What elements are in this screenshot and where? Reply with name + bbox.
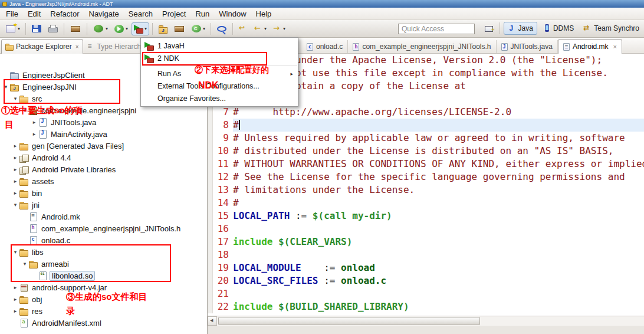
tree-item-jnitools-java[interactable]: ▸JNITools.java	[0, 116, 207, 128]
expand-arrow-icon[interactable]: ▾	[21, 261, 28, 267]
code-line-8[interactable]: 8#	[208, 119, 644, 132]
expand-arrow-icon[interactable]: ▸	[31, 131, 38, 137]
menu-run[interactable]: Run	[190, 8, 214, 19]
tree-item-android-private-libraries[interactable]: ▸Android Private Libraries	[0, 163, 207, 175]
quick-access-input[interactable]	[398, 24, 475, 34]
expand-arrow-icon[interactable]: ▾	[12, 202, 19, 208]
new-class-button[interactable]: ▾	[189, 22, 208, 35]
new-wizard-button[interactable]: ▾	[2, 22, 22, 35]
expand-arrow-icon[interactable]: ▸	[31, 119, 38, 125]
code-line-16[interactable]: 16	[208, 222, 644, 235]
menu-window[interactable]: Window	[214, 8, 251, 19]
code-line-10[interactable]: 10# distributed under the License is dis…	[208, 145, 644, 158]
code-line-17[interactable]: 17include $(CLEAR_VARS)	[208, 235, 644, 248]
editor-tab-android-mk[interactable]: Android.mk×	[558, 39, 622, 54]
code-line-15[interactable]: 15LOCAL_PATH := $(call my-dir)	[208, 209, 644, 222]
menu-item-2-ndk[interactable]: 2 NDK	[141, 52, 298, 64]
expand-arrow-icon[interactable]: ▾	[12, 96, 19, 101]
view-tab-label: Type Hierarchy	[97, 42, 145, 51]
pe-view-icon	[5, 42, 14, 51]
tree-item-mainactivity-java[interactable]: ▸MainActivity.java	[0, 128, 207, 140]
close-icon[interactable]: ×	[613, 43, 617, 50]
annotation-ruler	[208, 184, 213, 197]
code-line-13[interactable]: 13# limitations under the License.	[208, 184, 644, 197]
scroll-left-icon[interactable]	[208, 316, 217, 326]
code-line-9[interactable]: 9# Unless required by applicable law or …	[208, 132, 644, 145]
scrollbar-thumb[interactable]	[218, 317, 480, 325]
code-line-12[interactable]: 12# See the License for the specific lan…	[208, 171, 644, 184]
quick-access	[398, 23, 475, 34]
tree-item-onload-c[interactable]: onload.c	[0, 234, 207, 246]
editor-tab-onload-c[interactable]: onload.c	[302, 40, 348, 53]
perspective-team-synchro[interactable]: Team Synchro	[579, 22, 643, 35]
new-package-button[interactable]	[171, 22, 188, 35]
tree-item-android-mk[interactable]: Android.mk	[0, 211, 207, 222]
menu-edit[interactable]: Edit	[23, 8, 45, 19]
export-package-button[interactable]	[67, 22, 84, 35]
close-icon[interactable]: ×	[75, 44, 79, 50]
submenu-arrow-icon: ▸	[290, 71, 293, 77]
perspective-java[interactable]: Java	[504, 22, 537, 35]
expand-arrow-icon[interactable]: ▸	[12, 143, 19, 149]
menu-help[interactable]: Help	[251, 8, 277, 19]
back-button[interactable]: ▾	[251, 22, 269, 35]
run-button[interactable]: ▾	[111, 22, 130, 35]
expand-arrow-icon[interactable]: ▸	[12, 155, 19, 161]
code-line-21[interactable]: 21	[208, 287, 644, 300]
expand-arrow-icon[interactable]: ▸	[12, 166, 19, 172]
expand-arrow-icon[interactable]: ▸	[12, 284, 19, 290]
expand-arrow-icon[interactable]: ▾	[2, 84, 9, 90]
tree-item-assets[interactable]: ▸assets	[0, 175, 207, 187]
editor-tab-jnitools-java[interactable]: JNITools.java	[497, 40, 558, 53]
code-line-14[interactable]: 14#	[208, 197, 644, 209]
menu-item-1-javah[interactable]: 1 JavaH	[141, 40, 298, 52]
new-java-project-icon	[158, 24, 167, 34]
expand-arrow-icon[interactable]: ▾	[12, 249, 19, 255]
menu-project[interactable]: Project	[157, 8, 190, 19]
print-button[interactable]	[45, 22, 61, 35]
last-edit-location-button[interactable]	[236, 22, 250, 35]
tree-item-gen-generated-java-files[interactable]: ▸gen [Generated Java Files]	[0, 140, 207, 152]
expand-arrow-icon[interactable]: ▸	[12, 308, 19, 314]
menu-refactor[interactable]: Refactor	[45, 8, 84, 19]
save-button[interactable]	[29, 22, 44, 35]
menu-item-organize-favorites[interactable]: Organize Favorites...	[141, 92, 298, 104]
view-tab-type-hierarchy[interactable]: Type Hierarchy	[83, 40, 149, 53]
tree-item-libonload-so[interactable]: libonload.so	[0, 270, 207, 281]
debug-icon	[94, 25, 103, 32]
menu-item-external-tools-configurations[interactable]: External Tools Configurations...	[141, 80, 298, 92]
forward-button[interactable]: ▾	[270, 22, 288, 35]
menu-navigate[interactable]: Navigate	[84, 8, 124, 19]
menu-search[interactable]: Search	[124, 8, 157, 19]
debug-button[interactable]: ▾	[90, 22, 110, 35]
new-java-project-button[interactable]	[156, 22, 170, 35]
expand-arrow-icon[interactable]: ▸	[12, 178, 19, 184]
line-number: 17	[213, 235, 233, 248]
expand-arrow-icon[interactable]: ▸	[12, 296, 19, 302]
tree-item-libs[interactable]: ▾libs	[0, 246, 207, 258]
perspective-ddms[interactable]: DDMS	[538, 22, 578, 35]
code-line-11[interactable]: 11# WITHOUT WARRANTIES OR CONDITIONS OF …	[208, 158, 644, 171]
open-perspective-button[interactable]	[482, 22, 495, 35]
code-line-22[interactable]: 22include $(BUILD_SHARED_LIBRARY)	[208, 300, 644, 313]
code-line-18[interactable]: 18	[208, 248, 644, 261]
search-button[interactable]	[214, 22, 229, 35]
tree-item-androidmanifest-xml[interactable]: AndroidManifest.xml	[0, 317, 207, 329]
tree-item-armeabi[interactable]: ▾armeabi	[0, 258, 207, 270]
code-line-20[interactable]: 20LOCAL_SRC_FILES := onload.c	[208, 274, 644, 287]
tree-item-com-example-engineerjspjni-jnitools-h[interactable]: com_example_engineerjspjni_JNITools.h	[0, 222, 207, 234]
view-tab-package-explorer[interactable]: Package Explorer×	[1, 39, 83, 54]
menu-file[interactable]: File	[1, 8, 23, 19]
tree-item-res[interactable]: ▸res	[0, 305, 207, 317]
external-tools-button[interactable]: ▾	[132, 22, 149, 35]
horizontal-scrollb​ar[interactable]	[208, 316, 644, 326]
dropdown-arrow-icon: ▾	[283, 26, 285, 31]
tree-item-jni[interactable]: ▾jni	[0, 199, 207, 211]
tree-item-android-4-4[interactable]: ▸Android 4.4	[0, 152, 207, 163]
editor-tab-com-example-engineerjspjni-jnitools-h[interactable]: com_example_engineerjspjni_JNITools.h	[348, 40, 496, 53]
code-line-7[interactable]: 7# http://www.apache.org/licenses/LICENS…	[208, 106, 644, 119]
code-line-19[interactable]: 19LOCAL_MODULE := onload	[208, 261, 644, 274]
menu-bar: FileEditRefactorNavigateSearchProjectRun…	[0, 8, 644, 20]
expand-arrow-icon[interactable]: ▸	[12, 190, 19, 196]
tree-item-bin[interactable]: ▸bin	[0, 187, 207, 199]
